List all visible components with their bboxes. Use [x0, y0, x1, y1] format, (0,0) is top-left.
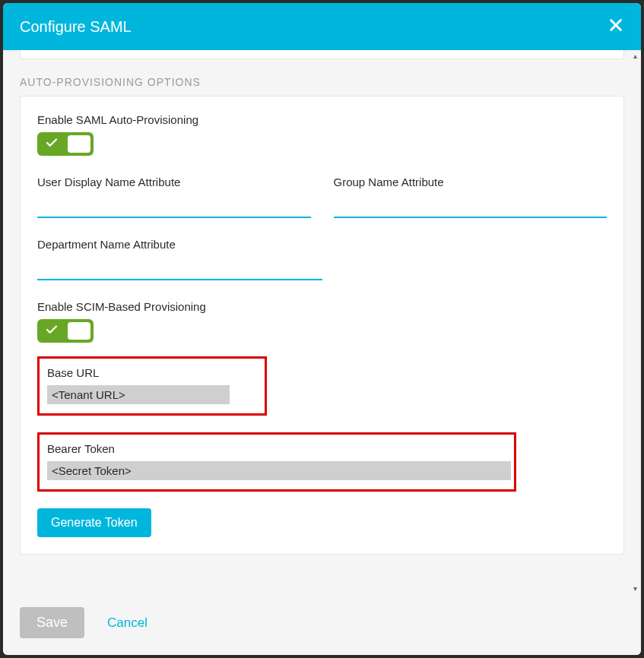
- modal-footer: Save Cancel: [3, 593, 641, 655]
- bearer-token-label: Bearer Token: [47, 442, 506, 455]
- enable-saml-toggle[interactable]: [37, 132, 94, 156]
- dept-name-label: Department Name Attribute: [37, 238, 322, 251]
- previous-card-edge: [20, 50, 624, 59]
- auto-provisioning-card: Enable SAML Auto-Provisioning User Displ…: [20, 96, 624, 555]
- scroll-down-icon[interactable]: ▾: [630, 584, 639, 592]
- enable-saml-block: Enable SAML Auto-Provisioning: [37, 113, 607, 156]
- toggle-knob: [68, 322, 90, 340]
- modal-content: AUTO-PROVISIONING OPTIONS Enable SAML Au…: [3, 50, 641, 573]
- modal-title: Configure SAML: [20, 18, 132, 36]
- bearer-token-input[interactable]: [47, 461, 511, 480]
- enable-saml-label: Enable SAML Auto-Provisioning: [37, 113, 607, 126]
- generate-token-button[interactable]: Generate Token: [37, 508, 151, 537]
- enable-scim-toggle[interactable]: [37, 319, 94, 343]
- base-url-input[interactable]: [47, 385, 230, 404]
- configure-saml-modal: Configure SAML ▴ ▾ AUTO-PROVISIONING OPT…: [3, 3, 641, 655]
- scroll-up-icon[interactable]: ▴: [630, 52, 639, 59]
- dept-name-field: Department Name Attribute: [37, 238, 322, 280]
- save-button[interactable]: Save: [20, 607, 84, 638]
- bearer-token-highlight: Bearer Token: [37, 432, 516, 492]
- section-title: AUTO-PROVISIONING OPTIONS: [20, 76, 624, 88]
- modal-body-scroll[interactable]: ▴ ▾ AUTO-PROVISIONING OPTIONS Enable SAM…: [3, 50, 641, 593]
- cancel-button[interactable]: Cancel: [107, 615, 148, 631]
- enable-scim-label: Enable SCIM-Based Provisioning: [37, 300, 607, 313]
- dept-name-input[interactable]: [37, 257, 322, 280]
- close-icon[interactable]: [608, 17, 624, 36]
- base-url-highlight: Base URL: [37, 356, 267, 416]
- group-name-label: Group Name Attribute: [334, 176, 608, 188]
- base-url-label: Base URL: [47, 366, 257, 379]
- modal-header: Configure SAML: [3, 3, 641, 50]
- group-name-input[interactable]: [334, 195, 608, 218]
- toggle-knob: [68, 135, 90, 153]
- check-icon: [45, 136, 59, 153]
- group-name-field: Group Name Attribute: [334, 176, 608, 218]
- user-display-field: User Display Name Attribute: [37, 176, 311, 218]
- enable-scim-block: Enable SCIM-Based Provisioning: [37, 300, 607, 343]
- user-display-label: User Display Name Attribute: [37, 176, 311, 188]
- check-icon: [45, 323, 59, 340]
- user-display-input[interactable]: [37, 195, 311, 218]
